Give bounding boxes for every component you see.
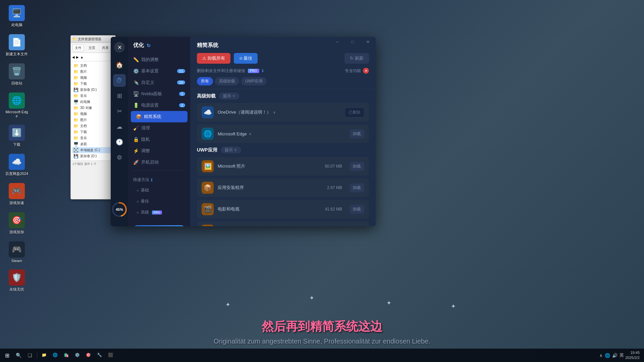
nav-item-nvidia[interactable]: 🖥️ Nvidia面板 1 — [128, 88, 190, 100]
quick-methods: 快速方法 ℹ ○ 基础 ○ 最佳 ○ 高级 PRO — [128, 174, 190, 222]
close-button[interactable]: ✕ — [360, 37, 376, 47]
onedrive-name: OneDrive（请阅读说明！） ∨ — [218, 109, 341, 115]
nav-item-power[interactable]: 🔋 电源设置 1 — [128, 100, 190, 111]
tray-lang-icon[interactable]: 英 — [620, 352, 624, 358]
nav-icon-startup: 🚀 — [133, 160, 139, 165]
nav-item-clean[interactable]: 🧹 清理 — [128, 122, 190, 134]
section-advanced-toggle[interactable]: 提示 ∨ — [219, 93, 239, 100]
filter-tab-all[interactable]: 所有 — [197, 77, 213, 85]
sidebar-icon-history[interactable]: 🕐 — [113, 136, 126, 148]
refresh-button[interactable]: ↻ 刷新 — [344, 53, 369, 64]
sidebar-icon-cloud[interactable]: ☁ — [113, 120, 126, 133]
taskbar-app-gplus[interactable]: 🎯 — [83, 350, 94, 361]
taskbar-app-red[interactable]: ⬛ — [105, 350, 116, 361]
sidebar-icon-scissors[interactable]: ✂ — [113, 105, 126, 118]
tray-time[interactable]: 19:45 2025/2/2 — [625, 350, 640, 361]
tray-arrow-icon[interactable]: ∧ — [599, 353, 603, 358]
tray-network-icon[interactable]: 🌐 — [605, 353, 610, 358]
apply-button[interactable]: ✓ 应用 — [131, 225, 187, 226]
quick-btn-advanced[interactable]: ○ 高级 PRO — [133, 207, 185, 217]
tray-sound-icon[interactable]: 🔊 — [612, 353, 618, 358]
fe-up-icon[interactable]: ▲ — [80, 55, 84, 59]
fe-item-c[interactable]: 💽本地磁盘 (C:) — [72, 147, 114, 153]
desktop-icon-edge[interactable]: 🌐 Microsoft Edge — [3, 91, 30, 120]
fe-item-docs2[interactable]: 📁文档 — [72, 123, 114, 129]
taskbar-app-store[interactable]: 🛍️ — [61, 350, 71, 361]
nav-item-basic[interactable]: ⚙️ 基本设置 11 — [128, 65, 190, 77]
sidebar-icon-settings[interactable]: ⚙ — [113, 151, 126, 164]
sidebar-icon-home[interactable]: 🏠 — [113, 59, 126, 71]
start-button[interactable]: ⊞ — [2, 350, 12, 361]
fe-tab-home[interactable]: 主页 — [87, 45, 97, 51]
sidebar-icon-grid[interactable]: ⊞ — [113, 89, 126, 102]
nav-item-privacy[interactable]: 🔒 隐私 — [128, 134, 190, 145]
desktop-icon-gplus[interactable]: 🎯 游戏加加 — [3, 210, 30, 236]
desktop-icon-download[interactable]: ⬇️ 下载 — [3, 123, 30, 149]
sidebar-close-button[interactable]: ✕ — [114, 42, 125, 53]
task-view-button[interactable]: ❏ — [24, 350, 35, 361]
fe-item-video[interactable]: 📁视频 — [72, 75, 114, 81]
taskbar-app-tools[interactable]: ⚙️ — [72, 350, 83, 361]
filter-tab-advanced[interactable]: 高级卸载 — [215, 77, 239, 85]
fe-item-documents[interactable]: 📁文档 — [72, 63, 114, 69]
fe-item-3d[interactable]: 📁3D 对象 — [72, 105, 114, 111]
desktop-icon-games[interactable]: 🎮 游戏加速 — [3, 181, 30, 207]
info-text: 删除剩余文件和注册表键值 — [197, 68, 245, 74]
section-uwp-toggle[interactable]: 提示 ∨ — [221, 146, 241, 154]
taskbar-app-cmd[interactable]: 🔧 — [94, 350, 105, 361]
installer-uninstall-btn[interactable]: 卸载 — [350, 183, 364, 192]
onedrive-icon: ☁️ — [202, 106, 214, 118]
minimize-button[interactable]: ─ — [329, 37, 345, 47]
fe-back-icon[interactable]: ◀ — [72, 55, 75, 59]
fe-item-dl2[interactable]: 📁下载 — [72, 129, 114, 135]
fe-folder-icon: 📁 — [72, 37, 76, 41]
desktop-icon-recycle[interactable]: 🗑️ 回收站 — [3, 62, 30, 87]
fe-forward-icon[interactable]: ▶ — [76, 55, 79, 59]
nav-refresh-icon[interactable]: ↻ — [147, 43, 151, 48]
photos-uninstall-btn[interactable]: 卸载 — [350, 162, 364, 171]
fe-item-pictures2[interactable]: 📁图片 — [72, 117, 114, 123]
desktop-icon-security[interactable]: 🛡️ 永续无忧 — [3, 268, 30, 294]
fe-item-music2[interactable]: 📁音乐 — [72, 135, 114, 141]
quick-btn-best[interactable]: ○ 最佳 — [133, 196, 185, 206]
fe-item-music[interactable]: 📁音乐 — [72, 93, 114, 99]
nav-item-custom[interactable]: ✒️ 自定义 10 — [128, 77, 190, 88]
webp-uninstall-btn[interactable]: 卸载 — [350, 226, 364, 227]
desktop-icon-this-pc[interactable]: 🖥️ 此电脑 — [3, 3, 30, 29]
desktop-icon-new-text[interactable]: 📄 新建文本文件 — [3, 33, 30, 58]
maximize-button[interactable]: □ — [345, 37, 360, 47]
fe-item-d2[interactable]: 💾新加卷 (D:) — [72, 153, 114, 159]
pro-feature-bar: 专业功能 ✕ — [345, 68, 369, 74]
sidebar-icon-schedule[interactable]: ⏱ — [113, 74, 126, 87]
desktop-icon-steam[interactable]: 🎮 Steam — [3, 240, 30, 264]
quick-btn-basic[interactable]: ○ 基础 — [133, 185, 185, 195]
desktop-icon-baidu[interactable]: ☁️ 百度网盘2024 — [3, 152, 30, 178]
fe-tab-share[interactable]: 共享 — [100, 45, 111, 51]
best-button[interactable]: ⊙ 最佳 — [234, 53, 258, 64]
left-sidebar: ✕ 🏠 ⏱ ⊞ ✂ ☁ 🕐 ⚙ — [111, 37, 128, 226]
filter-tab-uwp[interactable]: UWP应用 — [241, 77, 267, 85]
fe-item-drive-d[interactable]: 💾新加卷 (D:) — [72, 87, 114, 93]
progress-text: 45% — [116, 207, 123, 212]
onedrive-dropdown[interactable]: ∨ — [273, 110, 276, 115]
fe-item-this-pc[interactable]: 🖥️此电脑 — [72, 99, 114, 105]
nav-icon-my-adjust: ✏️ — [133, 57, 139, 62]
nav-label-nvidia: Nvidia面板 — [141, 91, 162, 97]
uninstall-all-button[interactable]: ⚠ 卸载所有 — [197, 53, 230, 64]
fe-item-desktop[interactable]: 🖥️桌面 — [72, 141, 114, 147]
nav-label-streamline: 精简系统 — [144, 114, 161, 120]
movies-uninstall-btn[interactable]: 卸载 — [350, 205, 364, 214]
nav-item-adjust[interactable]: ⚡ 调整 — [128, 145, 190, 157]
nav-item-my-adjust[interactable]: ✏️ 我的调整 — [128, 54, 190, 65]
fe-tab-file[interactable]: 文件 — [72, 45, 84, 51]
fe-item-download[interactable]: 📁下载 — [72, 81, 114, 87]
nav-item-startup[interactable]: 🚀 开机启动 — [128, 157, 190, 168]
taskbar-app-explorer[interactable]: 📁 — [39, 350, 49, 361]
fe-item-video2[interactable]: 📁视频 — [72, 111, 114, 117]
edge-dropdown[interactable]: ∨ — [249, 132, 252, 136]
search-button[interactable]: 🔍 — [13, 350, 24, 361]
edge-uninstall-btn[interactable]: 卸载 — [350, 129, 364, 138]
nav-item-streamline[interactable]: 📦 精简系统 — [131, 111, 187, 122]
taskbar-app-edge[interactable]: 🌐 — [50, 350, 60, 361]
fe-item-pictures[interactable]: 📁图片 — [72, 69, 114, 75]
